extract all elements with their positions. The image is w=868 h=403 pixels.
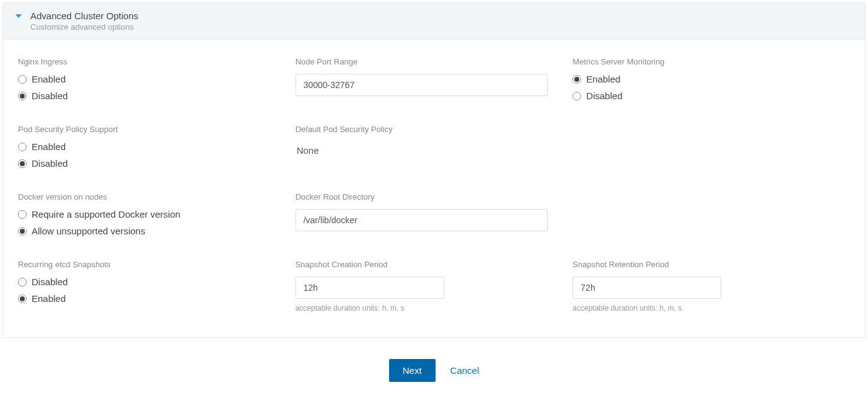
- docker-version-allow-radio[interactable]: Allow unsupported versions: [18, 226, 271, 236]
- docker-version-require-radio[interactable]: Require a supported Docker version: [18, 209, 271, 219]
- cancel-button[interactable]: Cancel: [450, 365, 480, 376]
- pod-security-disabled-radio[interactable]: Disabled: [18, 158, 271, 169]
- row-2: Pod Security Policy Support Enabled Disa…: [18, 125, 850, 169]
- pod-security-support-field: Pod Security Policy Support Enabled Disa…: [18, 125, 296, 169]
- advanced-cluster-options-panel: Advanced Cluster Options Customize advan…: [2, 2, 866, 338]
- row-1: Nginx Ingress Enabled Disabled Node Port…: [18, 57, 850, 101]
- docker-version-radio-group: Require a supported Docker version Allow…: [18, 209, 271, 236]
- radio-icon: [18, 75, 27, 84]
- etcd-snapshots-enabled-radio[interactable]: Enabled: [18, 293, 271, 304]
- docker-root-field: Docker Root Directory: [296, 192, 573, 236]
- radio-label: Allow unsupported versions: [32, 226, 145, 236]
- node-port-range-label: Node Port Range: [296, 57, 548, 66]
- default-psp-value: None: [296, 141, 548, 159]
- radio-icon: [18, 227, 27, 236]
- nginx-ingress-disabled-radio[interactable]: Disabled: [18, 91, 271, 101]
- nginx-ingress-field: Nginx Ingress Enabled Disabled: [18, 57, 296, 101]
- nginx-ingress-enabled-radio[interactable]: Enabled: [18, 74, 271, 84]
- snapshot-retention-input[interactable]: [572, 277, 721, 299]
- metrics-server-label: Metrics Server Monitoring: [572, 57, 825, 66]
- collapse-caret-icon[interactable]: [15, 14, 22, 18]
- row-4: Recurring etcd Snapshots Disabled Enable…: [18, 260, 850, 312]
- radio-icon: [572, 92, 581, 100]
- docker-root-input[interactable]: [296, 209, 548, 231]
- metrics-server-disabled-radio[interactable]: Disabled: [572, 91, 825, 101]
- radio-label: Enabled: [32, 141, 66, 152]
- panel-header: Advanced Cluster Options Customize advan…: [3, 3, 865, 40]
- radio-icon: [572, 75, 581, 84]
- snapshot-creation-input[interactable]: [296, 277, 444, 299]
- snapshot-creation-hint: acceptable duration units: h, m, s: [296, 304, 548, 312]
- node-port-range-input[interactable]: [296, 74, 548, 96]
- radio-label: Require a supported Docker version: [32, 209, 180, 219]
- nginx-ingress-label: Nginx Ingress: [18, 57, 271, 66]
- etcd-snapshots-label: Recurring etcd Snapshots: [18, 260, 271, 269]
- row-3: Docker version on nodes Require a suppor…: [18, 192, 850, 236]
- etcd-snapshots-disabled-radio[interactable]: Disabled: [18, 277, 271, 287]
- etcd-snapshots-field: Recurring etcd Snapshots Disabled Enable…: [18, 260, 296, 312]
- default-psp-field: Default Pod Security Policy None: [296, 125, 573, 169]
- docker-version-label: Docker version on nodes: [18, 192, 271, 202]
- radio-icon: [18, 210, 27, 219]
- radio-label: Disabled: [32, 277, 68, 287]
- radio-label: Enabled: [32, 293, 66, 304]
- radio-label: Enabled: [32, 74, 66, 84]
- panel-title: Advanced Cluster Options: [30, 11, 855, 21]
- empty-col: [572, 125, 850, 169]
- radio-icon: [18, 294, 27, 303]
- metrics-server-radio-group: Enabled Disabled: [572, 74, 825, 101]
- default-psp-label: Default Pod Security Policy: [296, 125, 548, 134]
- radio-label: Enabled: [586, 74, 620, 84]
- metrics-server-enabled-radio[interactable]: Enabled: [572, 74, 825, 84]
- radio-icon: [18, 278, 27, 286]
- radio-label: Disabled: [32, 91, 68, 101]
- empty-col: [572, 192, 850, 236]
- radio-icon: [18, 143, 27, 151]
- pod-security-support-label: Pod Security Policy Support: [18, 125, 271, 134]
- radio-label: Disabled: [32, 158, 68, 169]
- snapshot-creation-label: Snapshot Creation Period: [296, 260, 548, 269]
- radio-icon: [18, 159, 27, 168]
- metrics-server-field: Metrics Server Monitoring Enabled Disabl…: [572, 57, 850, 101]
- pod-security-enabled-radio[interactable]: Enabled: [18, 141, 271, 152]
- radio-icon: [18, 92, 27, 100]
- snapshot-retention-label: Snapshot Retention Period: [572, 260, 825, 269]
- footer: Next Cancel: [0, 340, 868, 388]
- etcd-snapshots-radio-group: Disabled Enabled: [18, 277, 271, 304]
- docker-root-label: Docker Root Directory: [296, 192, 548, 202]
- panel-subtitle: Customize advanced options: [30, 22, 855, 32]
- snapshot-creation-field: Snapshot Creation Period acceptable dura…: [296, 260, 573, 312]
- radio-label: Disabled: [586, 91, 622, 101]
- panel-body: Nginx Ingress Enabled Disabled Node Port…: [3, 40, 865, 337]
- snapshot-retention-hint: acceptable duration units: h, m, s: [572, 304, 825, 312]
- nginx-ingress-radio-group: Enabled Disabled: [18, 74, 271, 101]
- node-port-range-field: Node Port Range: [296, 57, 573, 101]
- next-button[interactable]: Next: [389, 359, 436, 382]
- pod-security-support-radio-group: Enabled Disabled: [18, 141, 271, 169]
- docker-version-field: Docker version on nodes Require a suppor…: [18, 192, 296, 236]
- snapshot-retention-field: Snapshot Retention Period acceptable dur…: [572, 260, 850, 312]
